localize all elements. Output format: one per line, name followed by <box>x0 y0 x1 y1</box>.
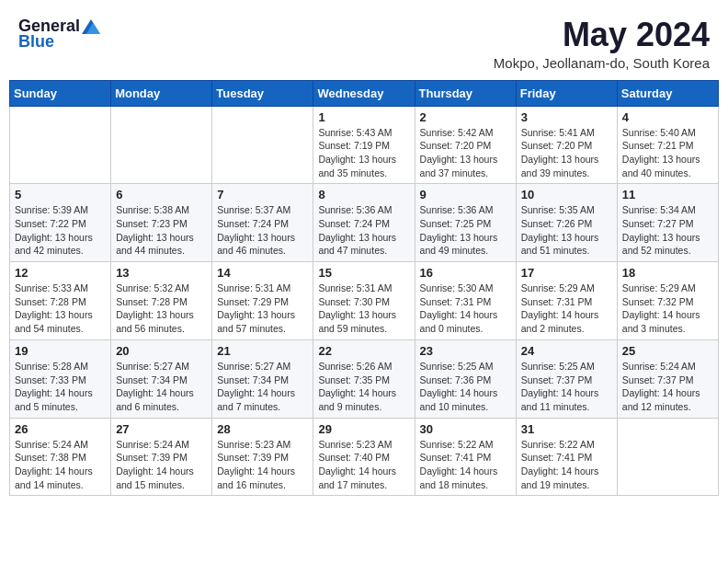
calendar-cell: 25Sunrise: 5:24 AMSunset: 7:37 PMDayligh… <box>617 339 718 418</box>
day-number: 9 <box>420 188 511 201</box>
day-info: Sunrise: 5:41 AMSunset: 7:20 PMDaylight:… <box>521 126 612 180</box>
day-number: 26 <box>15 422 106 436</box>
calendar-cell: 13Sunrise: 5:32 AMSunset: 7:28 PMDayligh… <box>111 262 212 340</box>
day-info: Sunrise: 5:33 AMSunset: 7:28 PMDaylight:… <box>15 282 106 336</box>
calendar-week-2: 5Sunrise: 5:39 AMSunset: 7:22 PMDaylight… <box>10 184 719 262</box>
calendar-cell: 4Sunrise: 5:40 AMSunset: 7:21 PMDaylight… <box>617 106 718 184</box>
day-info: Sunrise: 5:30 AMSunset: 7:31 PMDaylight:… <box>420 282 511 336</box>
day-info: Sunrise: 5:25 AMSunset: 7:37 PMDaylight:… <box>521 360 612 414</box>
calendar-week-1: 1Sunrise: 5:43 AMSunset: 7:19 PMDaylight… <box>10 106 719 184</box>
day-info: Sunrise: 5:29 AMSunset: 7:32 PMDaylight:… <box>622 282 713 336</box>
calendar-cell: 15Sunrise: 5:31 AMSunset: 7:30 PMDayligh… <box>313 262 415 340</box>
day-number: 31 <box>521 422 612 436</box>
day-info: Sunrise: 5:27 AMSunset: 7:34 PMDaylight:… <box>116 360 207 414</box>
day-number: 29 <box>318 422 409 436</box>
day-info: Sunrise: 5:22 AMSunset: 7:41 PMDaylight:… <box>521 438 612 492</box>
col-header-tuesday: Tuesday <box>212 80 313 106</box>
day-number: 16 <box>420 266 511 280</box>
calendar-cell: 29Sunrise: 5:23 AMSunset: 7:40 PMDayligh… <box>313 418 415 496</box>
day-number: 25 <box>622 344 713 358</box>
title-section: May 2024 Mokpo, Jeollanam-do, South Kore… <box>494 17 710 71</box>
day-info: Sunrise: 5:43 AMSunset: 7:19 PMDaylight:… <box>318 126 409 180</box>
day-info: Sunrise: 5:28 AMSunset: 7:33 PMDaylight:… <box>15 360 106 414</box>
day-number: 8 <box>318 188 409 201</box>
calendar-cell: 2Sunrise: 5:42 AMSunset: 7:20 PMDaylight… <box>415 106 516 184</box>
calendar-cell: 24Sunrise: 5:25 AMSunset: 7:37 PMDayligh… <box>516 339 617 418</box>
day-info: Sunrise: 5:36 AMSunset: 7:24 PMDaylight:… <box>318 203 409 258</box>
day-number: 12 <box>15 266 106 280</box>
day-number: 13 <box>116 266 207 280</box>
calendar-cell: 27Sunrise: 5:24 AMSunset: 7:39 PMDayligh… <box>111 418 212 496</box>
calendar-header-row: SundayMondayTuesdayWednesdayThursdayFrid… <box>10 80 719 106</box>
day-info: Sunrise: 5:23 AMSunset: 7:40 PMDaylight:… <box>318 438 409 492</box>
day-number: 5 <box>15 188 106 201</box>
day-number: 19 <box>15 344 106 358</box>
calendar-cell <box>617 418 718 496</box>
col-header-thursday: Thursday <box>415 80 516 106</box>
day-info: Sunrise: 5:39 AMSunset: 7:22 PMDaylight:… <box>15 203 106 258</box>
calendar-cell <box>111 106 212 184</box>
day-number: 30 <box>420 422 511 436</box>
calendar-cell: 21Sunrise: 5:27 AMSunset: 7:34 PMDayligh… <box>212 339 313 418</box>
day-number: 7 <box>217 188 308 201</box>
day-number: 11 <box>622 188 713 201</box>
day-info: Sunrise: 5:31 AMSunset: 7:29 PMDaylight:… <box>217 282 308 336</box>
day-info: Sunrise: 5:37 AMSunset: 7:24 PMDaylight:… <box>217 203 308 258</box>
day-info: Sunrise: 5:24 AMSunset: 7:37 PMDaylight:… <box>622 360 713 414</box>
day-number: 15 <box>318 266 409 280</box>
day-info: Sunrise: 5:25 AMSunset: 7:36 PMDaylight:… <box>420 360 511 414</box>
calendar-cell: 19Sunrise: 5:28 AMSunset: 7:33 PMDayligh… <box>10 339 111 418</box>
day-info: Sunrise: 5:40 AMSunset: 7:21 PMDaylight:… <box>622 126 713 180</box>
day-number: 10 <box>521 188 612 201</box>
day-number: 2 <box>420 110 511 124</box>
day-number: 20 <box>116 344 207 358</box>
col-header-saturday: Saturday <box>617 80 718 106</box>
day-info: Sunrise: 5:38 AMSunset: 7:23 PMDaylight:… <box>116 203 207 258</box>
day-number: 17 <box>521 266 612 280</box>
day-info: Sunrise: 5:35 AMSunset: 7:26 PMDaylight:… <box>521 203 612 258</box>
calendar-cell: 6Sunrise: 5:38 AMSunset: 7:23 PMDaylight… <box>111 184 212 262</box>
day-info: Sunrise: 5:27 AMSunset: 7:34 PMDaylight:… <box>217 360 308 414</box>
day-info: Sunrise: 5:22 AMSunset: 7:41 PMDaylight:… <box>420 438 511 492</box>
day-info: Sunrise: 5:36 AMSunset: 7:25 PMDaylight:… <box>420 203 511 258</box>
logo: General Blue <box>18 17 102 52</box>
col-header-monday: Monday <box>111 80 212 106</box>
calendar-cell: 8Sunrise: 5:36 AMSunset: 7:24 PMDaylight… <box>313 184 415 262</box>
calendar-cell: 7Sunrise: 5:37 AMSunset: 7:24 PMDaylight… <box>212 184 313 262</box>
day-info: Sunrise: 5:24 AMSunset: 7:39 PMDaylight:… <box>116 438 207 492</box>
calendar-cell: 3Sunrise: 5:41 AMSunset: 7:20 PMDaylight… <box>516 106 617 184</box>
calendar-week-5: 26Sunrise: 5:24 AMSunset: 7:38 PMDayligh… <box>10 418 719 496</box>
day-info: Sunrise: 5:29 AMSunset: 7:31 PMDaylight:… <box>521 282 612 336</box>
col-header-sunday: Sunday <box>10 80 111 106</box>
day-number: 27 <box>116 422 207 436</box>
calendar-cell: 10Sunrise: 5:35 AMSunset: 7:26 PMDayligh… <box>516 184 617 262</box>
calendar-cell: 1Sunrise: 5:43 AMSunset: 7:19 PMDaylight… <box>313 106 415 184</box>
calendar-week-4: 19Sunrise: 5:28 AMSunset: 7:33 PMDayligh… <box>10 339 719 418</box>
calendar-cell: 17Sunrise: 5:29 AMSunset: 7:31 PMDayligh… <box>516 262 617 340</box>
calendar-table: SundayMondayTuesdayWednesdayThursdayFrid… <box>9 80 719 497</box>
calendar-cell: 5Sunrise: 5:39 AMSunset: 7:22 PMDaylight… <box>10 184 111 262</box>
calendar-cell: 20Sunrise: 5:27 AMSunset: 7:34 PMDayligh… <box>111 339 212 418</box>
calendar-cell: 14Sunrise: 5:31 AMSunset: 7:29 PMDayligh… <box>212 262 313 340</box>
day-number: 28 <box>217 422 308 436</box>
calendar-cell: 12Sunrise: 5:33 AMSunset: 7:28 PMDayligh… <box>10 262 111 340</box>
calendar-cell: 16Sunrise: 5:30 AMSunset: 7:31 PMDayligh… <box>415 262 516 340</box>
calendar-cell <box>10 106 111 184</box>
day-info: Sunrise: 5:42 AMSunset: 7:20 PMDaylight:… <box>420 126 511 180</box>
day-number: 24 <box>521 344 612 358</box>
day-number: 1 <box>318 110 409 124</box>
day-number: 23 <box>420 344 511 358</box>
calendar-cell: 23Sunrise: 5:25 AMSunset: 7:36 PMDayligh… <box>415 339 516 418</box>
calendar-cell: 26Sunrise: 5:24 AMSunset: 7:38 PMDayligh… <box>10 418 111 496</box>
day-info: Sunrise: 5:34 AMSunset: 7:27 PMDaylight:… <box>622 203 713 258</box>
location-subtitle: Mokpo, Jeollanam-do, South Korea <box>494 55 710 71</box>
calendar-cell: 28Sunrise: 5:23 AMSunset: 7:39 PMDayligh… <box>212 418 313 496</box>
day-number: 21 <box>217 344 308 358</box>
calendar-cell: 22Sunrise: 5:26 AMSunset: 7:35 PMDayligh… <box>313 339 415 418</box>
col-header-wednesday: Wednesday <box>313 80 415 106</box>
calendar-cell: 30Sunrise: 5:22 AMSunset: 7:41 PMDayligh… <box>415 418 516 496</box>
day-info: Sunrise: 5:24 AMSunset: 7:38 PMDaylight:… <box>15 438 106 492</box>
calendar-cell <box>212 106 313 184</box>
calendar-cell: 31Sunrise: 5:22 AMSunset: 7:41 PMDayligh… <box>516 418 617 496</box>
day-info: Sunrise: 5:26 AMSunset: 7:35 PMDaylight:… <box>318 360 409 414</box>
